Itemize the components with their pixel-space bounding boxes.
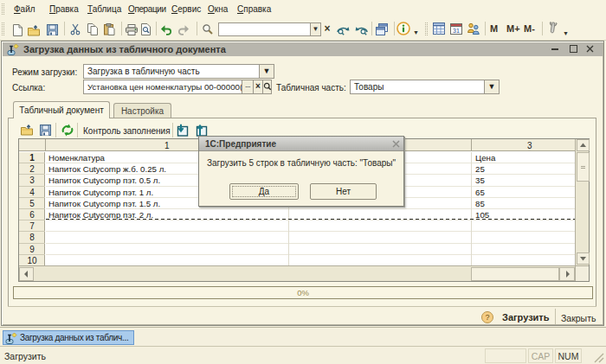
svg-text:31: 31 — [453, 28, 460, 34]
